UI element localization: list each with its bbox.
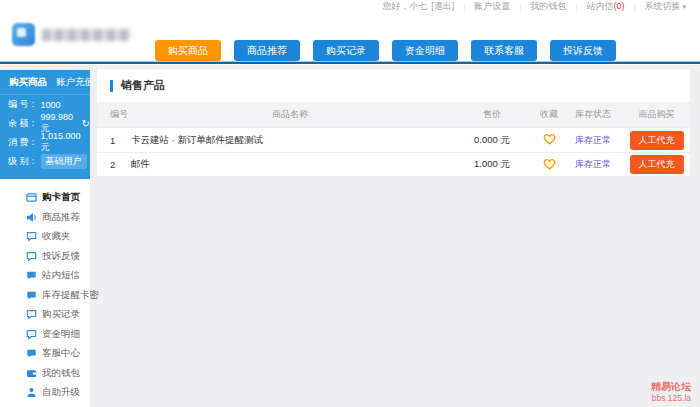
level-badge: 基础用户 [41, 154, 87, 169]
sidebar-item-site-message[interactable]: 站内短信 [0, 266, 90, 286]
product-price: 1.000 元 [449, 158, 535, 171]
nav-funds-detail-button[interactable]: 资金明细 [392, 40, 458, 61]
column-header-stock: 库存状态 [563, 108, 623, 121]
buy-cell: 人工代充 [623, 155, 690, 174]
watermark: 精易论坛 bbs.125.la [651, 380, 691, 404]
sidebar-item-label: 我的钱包 [42, 367, 80, 380]
tab-buy-products[interactable]: 购买商品 [9, 76, 47, 89]
logo [12, 23, 130, 46]
heart-icon[interactable] [543, 158, 556, 172]
nav-contact-service-button[interactable]: 联系客服 [471, 40, 537, 61]
nav-purchase-history-button[interactable]: 购买记录 [313, 40, 379, 61]
logout-link[interactable]: [退出] [431, 0, 454, 13]
divider: | [519, 2, 521, 11]
mail-count-badge: (0) [613, 1, 624, 11]
nav-buy-products-button[interactable]: 购买商品 [155, 40, 221, 61]
sidebar-item-label: 资金明细 [42, 328, 80, 341]
sidebar-item-favorites[interactable]: 收藏夹 [0, 227, 90, 247]
consumption-row: 消 费： 1,015.000 元 [0, 133, 90, 152]
sidebar-item-recommend[interactable]: 商品推荐 [0, 208, 90, 228]
column-header-price: 售价 [449, 108, 535, 121]
chat-filled-icon [26, 290, 37, 301]
stock-status-link[interactable]: 库存正常 [575, 135, 611, 145]
section-title-row: 销售产品 [97, 69, 690, 102]
column-header-no: 编号 [97, 108, 131, 121]
sidebar-item-label: 购卡首页 [42, 191, 80, 204]
row-number: 1 [97, 135, 131, 146]
heart-icon[interactable] [543, 133, 556, 147]
level-label: 级 别： [8, 155, 38, 168]
divider: | [633, 2, 635, 11]
site-mail-label: 站内信 [586, 1, 613, 11]
products-panel: 销售产品 编号 商品名称 售价 收藏 库存状态 商品购买 1 卡云建站 · 新订… [97, 69, 690, 177]
refresh-icon[interactable]: ↻ [82, 118, 90, 129]
sidebar-item-stock-reminder[interactable]: 库存提醒卡密 [0, 286, 90, 306]
system-switch-link[interactable]: 系统切换▾ [644, 0, 686, 13]
sidebar-item-feedback[interactable]: 投诉反馈 [0, 247, 90, 267]
sidebar-item-service-center[interactable]: 客服中心 [0, 344, 90, 364]
main-nav: 购买商品 商品推荐 购买记录 资金明细 联系客服 投诉反馈 [155, 40, 616, 61]
watermark-url: bbs.125.la [651, 393, 691, 404]
site-mail-link[interactable]: 站内信(0) [586, 0, 624, 13]
stock-status-cell: 库存正常 [563, 134, 623, 147]
sidebar-item-label: 购买记录 [42, 308, 80, 321]
chat-outline-icon [26, 231, 37, 242]
card-icon [26, 192, 37, 203]
sidebar-item-purchase-history[interactable]: 购买记录 [0, 305, 90, 325]
favorite-cell [535, 158, 563, 172]
sidebar-item-label: 站内短信 [42, 269, 80, 282]
column-header-buy: 商品购买 [623, 108, 690, 121]
my-wallet-link[interactable]: 我的钱包 [530, 0, 566, 13]
sidebar-item-label: 库存提醒卡密 [42, 289, 99, 302]
sidebar-menu: 购卡首页 商品推荐 收藏夹 投诉反馈 站内短信 库存提醒卡密 [0, 179, 90, 407]
account-panel: 购买商品 账户充值 编 号： 1000 余 额： 999.980 元 ↻ 消 费… [0, 70, 90, 179]
table-header-row: 编号 商品名称 售价 收藏 库存状态 商品购买 [97, 102, 690, 127]
favorite-cell [535, 133, 563, 147]
column-header-favorite: 收藏 [535, 108, 563, 121]
chat-filled-icon [26, 348, 37, 359]
person-icon [26, 387, 37, 398]
speaker-icon [26, 212, 37, 223]
page-body: 购买商品 账户充值 编 号： 1000 余 额： 999.980 元 ↻ 消 费… [0, 65, 700, 407]
manual-recharge-button[interactable]: 人工代充 [630, 155, 684, 174]
row-number: 2 [97, 159, 131, 170]
buy-cell: 人工代充 [623, 131, 690, 150]
sidebar-item-label: 自助升级 [42, 386, 80, 399]
sidebar-item-self-upgrade[interactable]: 自助升级 [0, 383, 90, 403]
account-number-value: 1000 [41, 100, 61, 110]
divider: | [575, 2, 577, 11]
topbar: 您好，小七 [退出] | 账户设置 | 我的钱包 | 站内信(0) | 系统切换… [0, 0, 700, 13]
product-price: 0.000 元 [449, 134, 535, 147]
consumption-label: 消 费： [8, 136, 38, 149]
chevron-down-icon: ▾ [682, 3, 686, 10]
account-settings-link[interactable]: 账户设置 [474, 0, 510, 13]
sidebar-item-funds-detail[interactable]: 资金明细 [0, 325, 90, 345]
sidebar-item-my-wallet[interactable]: 我的钱包 [0, 364, 90, 384]
stock-status-cell: 库存正常 [563, 158, 623, 171]
product-name[interactable]: 邮件 [131, 158, 449, 171]
tab-account-recharge[interactable]: 账户充值 [56, 76, 94, 89]
header: 购买商品 商品推荐 购买记录 资金明细 联系客服 投诉反馈 [0, 13, 700, 61]
sidebar-item-card-home[interactable]: 购卡首页 [0, 188, 90, 208]
level-row: 级 别： 基础用户 [0, 152, 90, 171]
consumption-value: 1,015.000 元 [41, 131, 90, 154]
account-number-label: 编 号： [8, 98, 38, 111]
nav-feedback-button[interactable]: 投诉反馈 [550, 40, 616, 61]
logo-blurred-text [42, 29, 130, 41]
watermark-title: 精易论坛 [651, 380, 691, 393]
balance-label: 余 额： [8, 117, 38, 130]
greeting-text: 您好，小七 [382, 0, 427, 13]
product-name[interactable]: 卡云建站 · 新订单邮件提醒测试 [131, 134, 449, 147]
table-row: 1 卡云建站 · 新订单邮件提醒测试 0.000 元 库存正常 人工代充 [97, 127, 690, 152]
wallet-icon [26, 368, 37, 379]
sidebar-item-label: 投诉反馈 [42, 250, 80, 263]
column-header-name: 商品名称 [131, 108, 449, 121]
sidebar-item-label: 客服中心 [42, 347, 80, 360]
sidebar-item-label: 商品推荐 [42, 211, 80, 224]
nav-recommend-button[interactable]: 商品推荐 [234, 40, 300, 61]
divider: | [463, 2, 465, 11]
chat-outline-icon [26, 329, 37, 340]
stock-status-link[interactable]: 库存正常 [575, 159, 611, 169]
system-switch-label: 系统切换 [644, 1, 680, 11]
manual-recharge-button[interactable]: 人工代充 [630, 131, 684, 150]
